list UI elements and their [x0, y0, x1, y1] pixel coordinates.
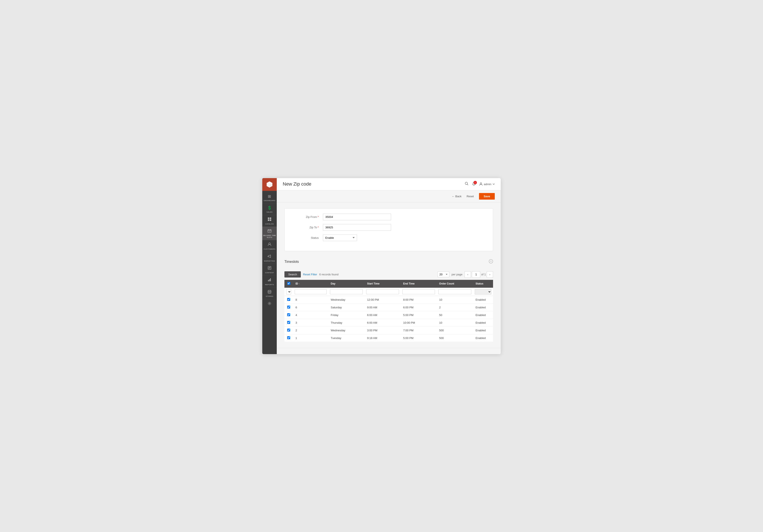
status-label: Status	[293, 236, 323, 239]
svg-point-22	[480, 183, 482, 184]
cell-start-time: 3:00 PM	[365, 326, 401, 334]
svg-rect-4	[268, 229, 271, 232]
svg-rect-18	[269, 292, 270, 293]
order-count-filter-input[interactable]	[438, 289, 471, 294]
col-day: Day	[328, 280, 365, 288]
svg-rect-16	[270, 278, 271, 281]
cell-order-count: 500	[437, 334, 473, 342]
status-row: Status Enable Disable	[293, 234, 484, 241]
svg-point-23	[489, 259, 493, 263]
row-checkbox-0[interactable]	[287, 298, 290, 301]
start-time-filter-input[interactable]	[366, 289, 399, 294]
page-input[interactable]	[472, 271, 480, 278]
pagination: ‹ of 1 ›	[465, 271, 493, 278]
delivery-icon	[268, 229, 272, 234]
status-select[interactable]: Enable Disable	[323, 234, 357, 241]
col-id: ID ↑	[293, 280, 328, 288]
row-checkbox-4[interactable]	[287, 328, 290, 331]
table-toolbar: Search Reset Filter 6 records found 20 3…	[284, 269, 493, 280]
sidebar-item-system[interactable]	[262, 299, 277, 309]
zip-to-input[interactable]	[323, 224, 391, 231]
status-filter-select[interactable]: Any Yes No	[286, 289, 291, 295]
cell-end-time: 10:00 PM	[401, 319, 437, 326]
select-all-checkbox[interactable]	[287, 282, 290, 285]
reset-filter-button[interactable]: Reset Filter	[303, 273, 317, 276]
sidebar-item-delivery-time-slots[interactable]: DELIVERY TIME SLOTS	[262, 226, 277, 240]
svg-line-21	[467, 184, 468, 185]
row-checkbox-1[interactable]	[287, 306, 290, 309]
cell-id: 3	[293, 319, 328, 326]
search-button[interactable]: Search	[284, 271, 301, 278]
sidebar-item-catalog[interactable]: CATALOG	[262, 215, 277, 227]
reports-icon	[268, 278, 272, 283]
per-page-select[interactable]: 20 30 50 100 200	[437, 272, 449, 277]
sidebar-item-label: DASHBOARD	[264, 200, 275, 202]
cell-day: Thursday	[328, 319, 365, 326]
content-area: Zip From* Zip To* Status Enable Disable	[277, 202, 501, 348]
table-row: 6 Saturday 9:00 AM 6:00 PM 2 Enabled	[284, 304, 493, 311]
sidebar-item-label: CUSTOMERS	[264, 248, 275, 250]
col-order-count: Order Count	[437, 280, 473, 288]
svg-rect-17	[268, 291, 271, 293]
cell-status: Enabled	[473, 311, 493, 319]
marketing-icon	[268, 254, 272, 259]
row-checkbox-5[interactable]	[287, 336, 290, 339]
filter-row: Any Yes No	[284, 288, 493, 296]
timeslots-title: Timeslots	[284, 260, 299, 264]
id-filter-input[interactable]	[295, 289, 327, 294]
status-col-filter-select[interactable]: Enabled Disabled	[475, 289, 491, 295]
sidebar-item-dashboard[interactable]: ⊞ DASHBOARD	[262, 192, 277, 204]
cell-end-time: 6:00 PM	[401, 304, 437, 311]
table-row: 4 Friday 6:00 AM 5:00 PM 50 Enabled	[284, 311, 493, 319]
row-checkbox-2[interactable]	[287, 313, 290, 316]
sidebar-item-marketing[interactable]: MARKETING	[262, 252, 277, 264]
records-found: 6 records found	[319, 273, 339, 276]
sidebar-item-content[interactable]: CONTENT	[262, 264, 277, 276]
collapse-icon[interactable]	[489, 259, 493, 265]
svg-point-19	[269, 303, 270, 304]
cell-status: Enabled	[473, 326, 493, 334]
sidebar-item-reports[interactable]: REPORTS	[262, 276, 277, 288]
back-button[interactable]: ← Back	[452, 195, 462, 198]
cell-day: Saturday	[328, 304, 365, 311]
cell-start-time: 6:00 AM	[365, 319, 401, 326]
sidebar-item-sales[interactable]: 💲 SALES	[262, 203, 277, 215]
select-all-header	[284, 280, 293, 288]
end-time-filter-input[interactable]	[402, 289, 435, 294]
row-checkbox-3[interactable]	[287, 321, 290, 324]
sidebar-item-label: STORES	[266, 295, 273, 298]
logo[interactable]	[262, 178, 277, 191]
table-row: 3 Thursday 6:00 AM 10:00 PM 10 Enabled	[284, 319, 493, 326]
reset-button[interactable]: Reset	[464, 193, 477, 199]
form-section: Zip From* Zip To* Status Enable Disable	[284, 208, 493, 251]
day-filter-input[interactable]	[330, 289, 363, 294]
per-page-label: per page	[452, 273, 462, 276]
cell-day: Friday	[328, 311, 365, 319]
catalog-icon	[268, 217, 272, 222]
notification-bell[interactable]: 1	[472, 182, 476, 186]
cell-end-time: 5:00 PM	[401, 334, 437, 342]
customers-icon	[268, 242, 272, 247]
topbar-right: 1 admin	[465, 182, 495, 187]
admin-label: admin	[484, 183, 491, 186]
search-icon[interactable]	[465, 182, 469, 187]
cell-end-time: 7:00 PM	[401, 326, 437, 334]
page-title: New Zip code	[283, 181, 311, 187]
sidebar-item-label: CATALOG	[265, 223, 274, 225]
sidebar-item-customers[interactable]: CUSTOMERS	[262, 240, 277, 252]
zip-from-input[interactable]	[323, 214, 391, 220]
next-page-button[interactable]: ›	[487, 271, 493, 278]
admin-user-menu[interactable]: admin	[479, 182, 495, 186]
cell-start-time: 12:00 PM	[365, 296, 401, 304]
sidebar-item-label: DELIVERY TIME SLOTS	[263, 235, 276, 238]
save-button[interactable]: Save	[479, 193, 495, 200]
cell-status: Enabled	[473, 304, 493, 311]
timeslots-table: ID ↑ Day Start Time End Time Order Count…	[284, 280, 493, 342]
table-row: 1 Tuesday 9:18 AM 5:00 PM 500 Enabled	[284, 334, 493, 342]
prev-page-button[interactable]: ‹	[465, 271, 471, 278]
zip-from-row: Zip From*	[293, 214, 484, 220]
zip-to-row: Zip To*	[293, 224, 484, 231]
cell-order-count: 2	[437, 304, 473, 311]
sidebar-item-stores[interactable]: STORES	[262, 287, 277, 299]
col-start-time: Start Time	[365, 280, 401, 288]
